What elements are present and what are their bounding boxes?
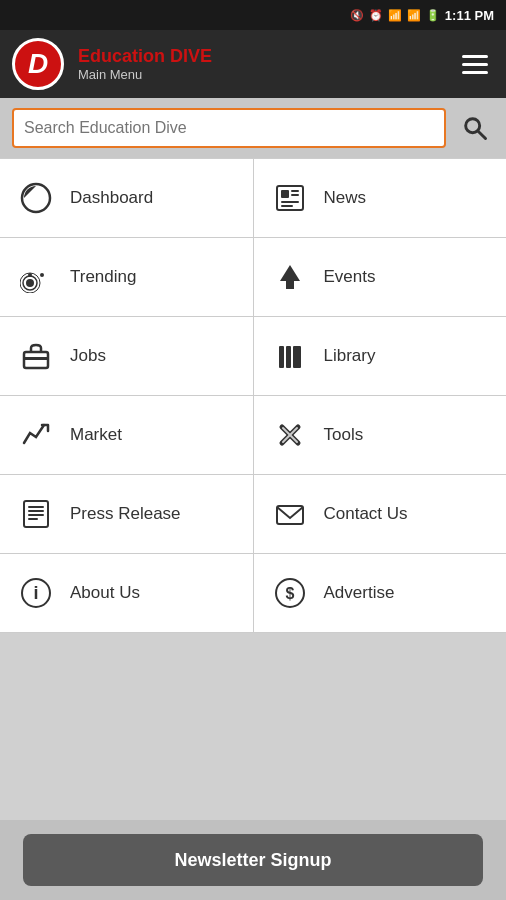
search-input[interactable]	[24, 119, 434, 137]
header: D Education DIVE Main Menu	[0, 30, 506, 98]
status-icons: 🔇 ⏰ 📶 📶 🔋 1:11 PM	[350, 8, 494, 23]
header-subtitle: Main Menu	[78, 67, 442, 82]
events-icon	[272, 259, 308, 295]
tools-icon	[272, 417, 308, 453]
menu-grid: Dashboard News	[0, 158, 506, 633]
battery-icon: 🔋	[426, 9, 440, 22]
jobs-icon	[18, 338, 54, 374]
search-bar	[0, 98, 506, 158]
status-time: 1:11 PM	[445, 8, 494, 23]
svg-rect-30	[277, 506, 303, 524]
about-us-label: About Us	[70, 583, 140, 603]
library-icon	[272, 338, 308, 374]
menu-item-market[interactable]: Market	[0, 396, 254, 474]
hamburger-line-1	[462, 55, 488, 58]
svg-rect-15	[286, 281, 294, 289]
app-name-main: Education	[78, 46, 170, 66]
menu-item-press-release[interactable]: Press Release	[0, 475, 254, 553]
contact-us-label: Contact Us	[324, 504, 408, 524]
hamburger-button[interactable]	[456, 45, 494, 83]
menu-row-1: Dashboard News	[0, 159, 506, 238]
svg-rect-19	[286, 346, 291, 368]
trending-label: Trending	[70, 267, 136, 287]
app-name-accent: DIVE	[170, 46, 212, 66]
market-label: Market	[70, 425, 122, 445]
dashboard-icon	[18, 180, 54, 216]
svg-point-10	[26, 279, 34, 287]
menu-row-4: Market Tools	[0, 396, 506, 475]
market-icon	[18, 417, 54, 453]
menu-item-tools[interactable]: Tools	[254, 396, 507, 474]
menu-row-6: i About Us $ Advertise	[0, 554, 506, 633]
library-label: Library	[324, 346, 376, 366]
svg-line-1	[478, 131, 486, 139]
search-icon	[461, 114, 489, 142]
menu-row-3: Jobs Library	[0, 317, 506, 396]
jobs-label: Jobs	[70, 346, 106, 366]
menu-item-advertise[interactable]: $ Advertise	[254, 554, 507, 632]
svg-rect-17	[24, 357, 48, 360]
menu-item-jobs[interactable]: Jobs	[0, 317, 254, 395]
svg-point-3	[33, 195, 39, 201]
news-label: News	[324, 188, 367, 208]
app-name: Education DIVE	[78, 46, 442, 68]
bottom-area: Newsletter Signup	[0, 820, 506, 900]
menu-item-about-us[interactable]: i About Us	[0, 554, 254, 632]
svg-rect-6	[291, 190, 299, 192]
trending-icon	[18, 259, 54, 295]
svg-rect-9	[281, 205, 293, 207]
svg-rect-29	[28, 518, 38, 520]
svg-point-13	[40, 273, 44, 277]
svg-rect-20	[293, 346, 301, 368]
wifi-icon: 📶	[388, 9, 402, 22]
mute-icon: 🔇	[350, 9, 364, 22]
menu-item-events[interactable]: Events	[254, 238, 507, 316]
app-logo[interactable]: D	[12, 38, 64, 90]
svg-point-14	[28, 273, 32, 277]
svg-rect-8	[281, 201, 299, 203]
menu-row-5: Press Release Contact Us	[0, 475, 506, 554]
hamburger-line-3	[462, 71, 488, 74]
menu-item-contact-us[interactable]: Contact Us	[254, 475, 507, 553]
newsletter-signup-button[interactable]: Newsletter Signup	[23, 834, 483, 886]
hamburger-line-2	[462, 63, 488, 66]
menu-item-library[interactable]: Library	[254, 317, 507, 395]
dashboard-label: Dashboard	[70, 188, 153, 208]
news-icon	[272, 180, 308, 216]
svg-rect-7	[291, 194, 299, 196]
menu-item-dashboard[interactable]: Dashboard	[0, 159, 254, 237]
svg-rect-5	[281, 190, 289, 198]
svg-rect-26	[28, 506, 44, 508]
about-us-icon: i	[18, 575, 54, 611]
advertise-label: Advertise	[324, 583, 395, 603]
svg-rect-28	[28, 514, 44, 516]
svg-text:$: $	[285, 585, 294, 602]
events-label: Events	[324, 267, 376, 287]
svg-rect-27	[28, 510, 44, 512]
menu-item-trending[interactable]: Trending	[0, 238, 254, 316]
signal-icon: 📶	[407, 9, 421, 22]
menu-item-news[interactable]: News	[254, 159, 507, 237]
svg-text:i: i	[33, 583, 38, 603]
contact-us-icon	[272, 496, 308, 532]
newsletter-signup-label: Newsletter Signup	[174, 850, 331, 871]
alarm-icon: ⏰	[369, 9, 383, 22]
svg-rect-18	[279, 346, 284, 368]
press-release-label: Press Release	[70, 504, 181, 524]
search-button[interactable]	[456, 109, 494, 147]
advertise-icon: $	[272, 575, 308, 611]
status-bar: 🔇 ⏰ 📶 📶 🔋 1:11 PM	[0, 0, 506, 30]
menu-row-2: Trending Events	[0, 238, 506, 317]
tools-label: Tools	[324, 425, 364, 445]
press-release-icon	[18, 496, 54, 532]
header-title-block: Education DIVE Main Menu	[78, 46, 442, 83]
search-input-wrapper[interactable]	[12, 108, 446, 148]
logo-letter: D	[28, 48, 48, 80]
